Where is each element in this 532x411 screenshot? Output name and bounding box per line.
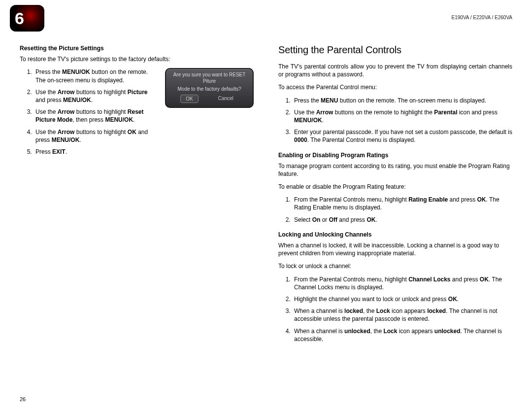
parental-intro: The TV's parental controls allow you to … [278, 63, 512, 78]
access-parental-steps: Press the MENU button on the remote. The… [278, 97, 512, 144]
subhead-program-ratings: Enabling or Disabling Program Ratings [278, 151, 512, 159]
list-item: Press the MENU/OK button on the remote. … [33, 68, 157, 84]
chapter-tab: 6 [10, 5, 44, 32]
two-column-layout: Resetting the Picture Settings To restor… [20, 44, 512, 350]
list-item: Highlight the channel you want to lock o… [292, 295, 512, 303]
chapter-number: 6 [15, 9, 24, 28]
tv-dialog-screenshot: Are you sure you want to RESET Piture Mo… [165, 68, 254, 108]
confirm-reset-dialog: Are you sure you want to RESET Piture Mo… [165, 68, 254, 108]
dialog-buttons: OK Cancel [168, 95, 251, 103]
list-item: Press EXIT. [33, 148, 157, 156]
list-item: Select On or Off and press OK. [292, 216, 512, 224]
ratings-p2: To enable or disable the Program Rating … [278, 183, 512, 191]
dialog-cancel-button: Cancel [213, 95, 238, 103]
list-item: Use the Arrow buttons to highlight OK an… [33, 128, 157, 144]
list-item: From the Parental Controls menu, highlig… [292, 196, 512, 211]
manual-page: 6 E190VA / E220VA / E260VA Resetting the… [0, 0, 532, 411]
subhead-reset-picture: Resetting the Picture Settings [20, 44, 254, 52]
dialog-message-line2: Mode to the factory defaults? [168, 86, 251, 93]
reset-picture-steps: Press the MENU/OK button on the remote. … [20, 68, 157, 156]
list-item: When a channel is locked, the Lock icon … [292, 307, 512, 323]
list-item: From the Parental Controls menu, highlig… [292, 275, 512, 291]
list-item: Use the Arrow buttons on the remote to h… [292, 108, 512, 124]
list-item: Use the Arrow buttons to highlight Pictu… [33, 88, 157, 104]
ratings-p1: To manage program content according to i… [278, 162, 512, 178]
lock-p2: To lock or unlock a channel: [278, 262, 512, 270]
dialog-ok-button: OK [180, 95, 198, 103]
lock-steps: From the Parental Controls menu, highlig… [278, 275, 512, 343]
reset-picture-intro: To restore the TV's picture settings to … [20, 55, 254, 63]
right-column: Setting the Parental Controls The TV's p… [278, 44, 512, 350]
list-item: When a channel is unlocked, the Lock ico… [292, 327, 512, 343]
list-item: Enter your parental passcode. If you hav… [292, 128, 512, 144]
access-intro: To access the Parental Control menu: [278, 83, 512, 91]
ratings-steps: From the Parental Controls menu, highlig… [278, 196, 512, 224]
subhead-lock-channels: Locking and Unlocking Channels [278, 231, 512, 239]
page-number: 26 [20, 396, 26, 402]
lock-p1: When a channel is locked, it will be ina… [278, 241, 512, 257]
model-label: E190VA / E220VA / E260VA [452, 15, 512, 20]
list-item: Press the MENU button on the remote. The… [292, 97, 512, 104]
dialog-message-line1: Are you sure you want to RESET Piture [168, 72, 251, 84]
list-item: Use the Arrow buttons to highlight Reset… [33, 108, 157, 124]
reset-steps-and-dialog: Press the MENU/OK button on the remote. … [20, 68, 254, 163]
section-title-parental: Setting the Parental Controls [278, 44, 512, 56]
left-column: Resetting the Picture Settings To restor… [20, 44, 254, 350]
reset-steps-wrap: Press the MENU/OK button on the remote. … [20, 68, 157, 163]
